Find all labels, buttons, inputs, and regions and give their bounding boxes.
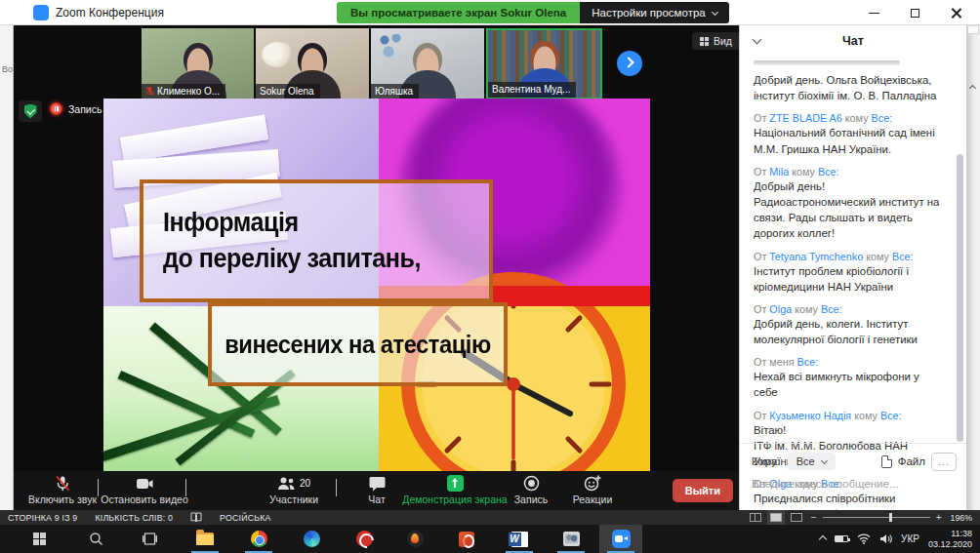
edge-icon: [304, 531, 320, 547]
system-tray: УКР 11:38 03.12.2020: [820, 525, 978, 553]
chat-message-input[interactable]: [752, 478, 955, 490]
ccleaner-taskbar-icon[interactable]: [343, 525, 386, 553]
taskbar-search-button[interactable]: [74, 525, 117, 553]
web-layout-icon[interactable]: [791, 513, 802, 522]
recording-indicator[interactable]: Запись: [50, 102, 102, 115]
chat-footer: Кому: Все Файл ...: [752, 451, 957, 472]
chat-panel: Чат Добрий день. Ольга Войцехівська, інс…: [739, 25, 966, 510]
minimize-button[interactable]: [853, 0, 894, 25]
participant-name-tag: Юляшка: [371, 84, 419, 99]
mic-muted-icon: [55, 475, 70, 492]
task-view-icon: [143, 533, 157, 545]
view-options-button[interactable]: Настройки просмотра: [580, 2, 728, 23]
smiley-reactions-icon: [584, 475, 601, 492]
zoom-title-bar: Zoom Конференция Вы просматриваете экран…: [0, 0, 980, 25]
zoom-camera-icon: [612, 530, 631, 548]
clipped-document-text: Во: [2, 64, 13, 74]
screen-share-banner: Вы просматриваете экран Sokur Olena Наст…: [337, 2, 729, 23]
slide-subtitle-box: винесених на атестацію: [208, 302, 508, 386]
flame-app-taskbar-icon[interactable]: [393, 525, 436, 553]
zoom-percentage[interactable]: 196%: [951, 513, 973, 523]
participant-tile-1[interactable]: Клименко О...: [142, 28, 254, 99]
file-button[interactable]: Файл: [898, 455, 925, 467]
word-status-bar: СТОРІНКА 9 ІЗ 9 КІЛЬКІСТЬ СЛІВ: 0 РОСІЙС…: [0, 510, 980, 525]
chrome-taskbar-icon[interactable]: [237, 525, 280, 553]
flame-icon: [407, 531, 424, 547]
page-indicator[interactable]: СТОРІНКА 9 ІЗ 9: [8, 513, 77, 523]
keyboard-language[interactable]: УКР: [901, 533, 919, 544]
chat-message: От Olga кому Все: Добрий день, колеги. І…: [754, 303, 945, 347]
ccleaner-icon: [356, 531, 373, 547]
zoom-app-icon: [33, 5, 49, 20]
video-camera-icon: [136, 477, 154, 491]
chevron-down-icon: [712, 8, 718, 15]
chrome-icon: [251, 531, 267, 547]
maximize-button[interactable]: [894, 0, 935, 25]
zoom-slider-thumb[interactable]: [889, 513, 892, 522]
maximize-icon: [911, 9, 919, 18]
taskbar-clock[interactable]: 11:38 03.12.2020: [928, 529, 978, 550]
view-layout-button[interactable]: Вид: [692, 32, 740, 50]
close-button[interactable]: [935, 0, 976, 25]
next-participants-button[interactable]: [617, 51, 642, 76]
stop-video-button[interactable]: Остановить видео: [91, 475, 198, 505]
hidden-icons-chevron[interactable]: [819, 534, 827, 542]
participant-tile-2[interactable]: Sokur Olena: [256, 28, 369, 99]
tray-date: 03.12.2020: [928, 539, 972, 550]
slide-title-box: Інформація до переліку запитань,: [140, 179, 493, 302]
chat-title: Чат: [740, 34, 966, 48]
zoom-taskbar-icon[interactable]: [599, 525, 642, 553]
meeting-security-button[interactable]: [19, 100, 42, 122]
close-icon: [951, 8, 961, 19]
send-to-dropdown[interactable]: Все: [788, 453, 836, 470]
file-icon: [881, 455, 892, 468]
chevron-right-icon: [623, 57, 633, 67]
zoom-in-icon[interactable]: +: [936, 513, 942, 523]
chevron-up-icon: [969, 85, 976, 92]
print-layout-icon[interactable]: [770, 513, 782, 522]
tray-time: 11:38: [928, 529, 972, 539]
participant-video-strip: Клименко О... Sokur Olena Юляшка Валенти…: [14, 25, 739, 100]
chat-scrollbar-thumb[interactable]: [957, 154, 963, 442]
recording-pause-icon: [50, 102, 62, 115]
more-options-button[interactable]: ...: [931, 453, 957, 471]
file-explorer-taskbar-icon[interactable]: [184, 525, 226, 553]
chat-message: От Tetyana Tymchenko кому Все: Інститут …: [754, 251, 945, 295]
screen: Zoom Конференция Вы просматриваете экран…: [0, 0, 980, 553]
security-shield-icon: [24, 104, 37, 119]
search-icon: [89, 532, 103, 546]
task-view-button[interactable]: [128, 525, 171, 553]
edge-taskbar-icon[interactable]: [290, 525, 333, 553]
zoom-slider[interactable]: − +: [811, 513, 942, 523]
zoom-out-icon[interactable]: −: [811, 513, 817, 523]
participant-tile-4-active-speaker[interactable]: Валентина Муд...: [486, 28, 602, 99]
clipped-message-remnant: [754, 60, 900, 65]
background-word-scrollbar[interactable]: [966, 25, 980, 510]
participant-name-tag: Клименко О...: [142, 84, 225, 99]
battery-icon[interactable]: [835, 535, 848, 542]
chat-message: От Mila кому Все: Добрый день! Радиоастр…: [754, 166, 945, 242]
read-mode-icon[interactable]: [750, 513, 761, 522]
share-screen-icon: [447, 475, 464, 492]
participants-icon: [277, 476, 296, 491]
word-count-indicator[interactable]: КІЛЬКІСТЬ СЛІВ: 0: [95, 513, 173, 523]
speaker-icon[interactable]: [879, 533, 892, 544]
chevron-down-icon: [821, 456, 828, 463]
participant-count-badge: 20: [300, 478, 310, 489]
proofing-icon[interactable]: [190, 512, 202, 523]
reactions-button[interactable]: Реакции: [539, 475, 646, 505]
leave-meeting-button[interactable]: Выйти: [673, 479, 733, 502]
window-controls: [853, 0, 976, 25]
record-icon: [523, 475, 540, 492]
photos-taskbar-icon[interactable]: [550, 525, 592, 553]
office-taskbar-icon[interactable]: [445, 525, 488, 553]
start-button[interactable]: [18, 525, 61, 553]
language-indicator[interactable]: РОСІЙСЬКА: [220, 513, 271, 523]
word-taskbar-icon[interactable]: W: [498, 525, 541, 553]
wifi-icon[interactable]: [857, 533, 871, 544]
divider: [740, 443, 966, 444]
participant-name-tag: Sokur Olena: [256, 84, 320, 99]
scrollbar-up-arrow[interactable]: [967, 25, 979, 34]
video-options-chevron[interactable]: [185, 480, 186, 497]
participant-tile-3[interactable]: Юляшка: [371, 28, 484, 99]
